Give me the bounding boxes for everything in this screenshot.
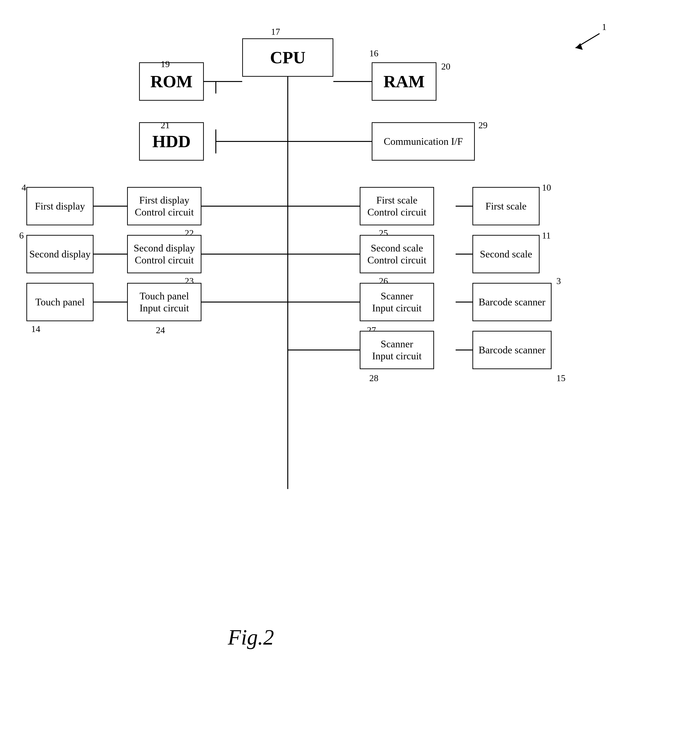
ram-box: RAM [372, 62, 437, 101]
ref-29: 29 [479, 120, 488, 131]
second-display-cc-box: Second display Control circuit [127, 235, 202, 273]
ref-14: 14 [31, 323, 40, 334]
ref-15: 15 [556, 373, 566, 383]
second-scale-cc-box: Second scale Control circuit [360, 235, 434, 273]
cpu-box: CPU [242, 38, 333, 77]
scanner-ic2-box: Scanner Input circuit [360, 331, 434, 369]
first-display-cc-box: First display Control circuit [127, 187, 202, 225]
first-display-box: First display [26, 187, 93, 225]
ref-19: 19 [161, 59, 170, 69]
second-scale-box: Second scale [473, 235, 540, 273]
ref-20: 20 [441, 61, 450, 72]
ref-10: 10 [542, 182, 551, 193]
barcode1-box: Barcode scanner [473, 283, 552, 321]
scanner-ic1-box: Scanner Input circuit [360, 283, 434, 321]
hdd-box: HDD [139, 122, 204, 161]
first-scale-cc-box: First scale Control circuit [360, 187, 434, 225]
ref-4: 4 [22, 182, 26, 193]
ref-21: 21 [161, 120, 170, 131]
second-display-box: Second display [26, 235, 93, 273]
first-scale-box: First scale [473, 187, 540, 225]
barcode2-box: Barcode scanner [473, 331, 552, 369]
comm-box: Communication I/F [372, 122, 475, 161]
ref-16: 16 [369, 48, 378, 59]
touch-panel-box: Touch panel [26, 283, 93, 321]
figure-caption: Fig.2 [228, 625, 274, 650]
rom-box: ROM [139, 62, 204, 101]
ref-1: 1 [602, 21, 607, 32]
ref-6: 6 [19, 230, 24, 241]
ref-17: 17 [271, 26, 280, 37]
svg-line-22 [575, 33, 599, 48]
ref-3: 3 [556, 276, 561, 286]
ref-28: 28 [369, 373, 378, 383]
touch-panel-ic-box: Touch panel Input circuit [127, 283, 202, 321]
ref-11: 11 [542, 230, 551, 241]
svg-marker-23 [575, 43, 583, 50]
ref-24: 24 [156, 325, 165, 335]
diagram: 1 CPU 17 ROM 19 RAM 20 16 HDD 21 Communi… [12, 14, 683, 662]
